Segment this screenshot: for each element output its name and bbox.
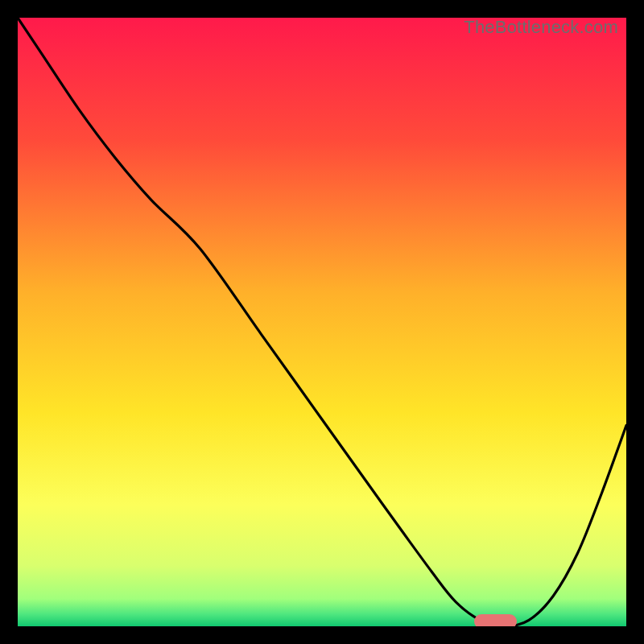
bottleneck-curve xyxy=(18,18,626,626)
optimal-range-marker xyxy=(474,614,517,626)
chart-frame: TheBottleneck.com xyxy=(0,0,644,644)
watermark-text: TheBottleneck.com xyxy=(464,18,618,37)
plot-area: TheBottleneck.com xyxy=(18,18,626,626)
